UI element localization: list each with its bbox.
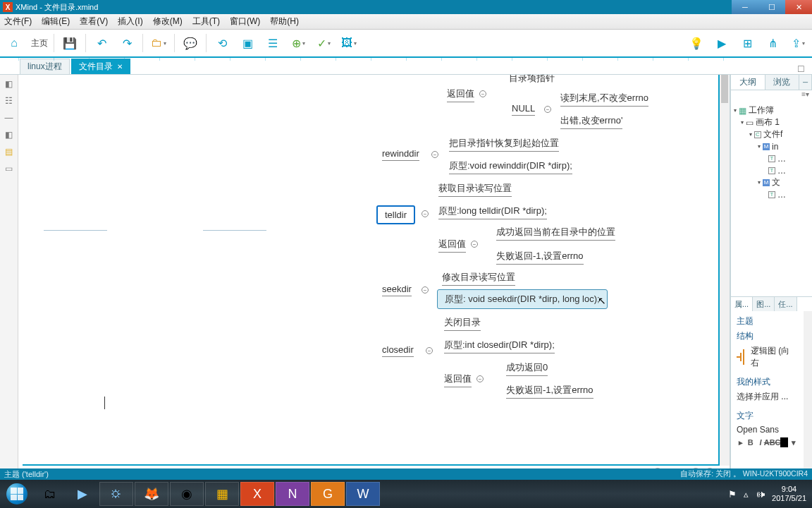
export-button[interactable]: ⇪ bbox=[788, 33, 808, 53]
collapse-all-icon[interactable]: ≡▾ bbox=[801, 90, 809, 102]
folder-button[interactable]: 🗀 bbox=[149, 33, 168, 53]
gantt-button[interactable]: ⊞ bbox=[737, 33, 757, 53]
bold-button[interactable]: B bbox=[746, 437, 754, 447]
tree-item[interactable]: T… bbox=[734, 164, 809, 176]
tray-clock[interactable]: 9:04 2017/5/21 bbox=[772, 485, 806, 503]
tray-vol-icon[interactable]: 🕪 bbox=[756, 490, 765, 499]
node-seek-b[interactable]: 原型: void seekdir(DIR *dirp, long loc); bbox=[437, 289, 608, 309]
taskbar-chrome-icon[interactable]: ◉ bbox=[170, 482, 204, 506]
node-close-ret-b[interactable]: 失败返回-1,设置errno bbox=[506, 384, 593, 399]
redo-button[interactable]: ↷ bbox=[117, 33, 137, 53]
tree-root[interactable]: ▾▦工作簿 bbox=[734, 104, 809, 116]
tray-net-icon[interactable]: ▵ bbox=[744, 490, 749, 499]
junction-icon[interactable]: − bbox=[544, 106, 551, 113]
prop-tab-c[interactable]: 任... bbox=[775, 297, 796, 311]
tree-sheet[interactable]: ▾▭画布 1 bbox=[734, 116, 809, 128]
left-tool-6[interactable]: ▭ bbox=[3, 162, 16, 175]
relationship-button[interactable]: ⟲ bbox=[212, 33, 232, 53]
taskbar-onenote-icon[interactable]: N bbox=[276, 482, 309, 506]
menu-tools[interactable]: 工具(T) bbox=[192, 16, 220, 28]
taskbar-media-icon[interactable]: ▶ bbox=[67, 482, 98, 506]
taskbar-explorer-icon[interactable]: 🗂 bbox=[35, 482, 66, 506]
junction-icon[interactable]: − bbox=[422, 286, 429, 294]
more-fmt-icon[interactable]: ▾ bbox=[790, 437, 798, 447]
junction-icon[interactable]: − bbox=[422, 210, 429, 217]
node-closedir[interactable]: closedir bbox=[382, 344, 414, 357]
marker-button[interactable]: ✓ bbox=[314, 33, 333, 53]
menu-help[interactable]: 帮助(H) bbox=[270, 16, 299, 28]
node-close-ret-a[interactable]: 成功返回0 bbox=[506, 361, 548, 376]
font-selector[interactable]: Open Sans bbox=[737, 425, 798, 435]
taskbar-word-icon[interactable]: W bbox=[346, 482, 380, 506]
tabs-maximize-icon[interactable]: ☐ bbox=[794, 64, 808, 74]
home-button[interactable]: ⌂ bbox=[4, 33, 24, 53]
tree-in[interactable]: ▾Min bbox=[734, 140, 809, 152]
node-tell-ret-a[interactable]: 成功返回当前在目录中的位置 bbox=[496, 226, 615, 241]
left-tool-2[interactable]: ☷ bbox=[3, 95, 16, 107]
image-button[interactable]: 🖼 bbox=[339, 33, 359, 53]
menu-window[interactable]: 窗口(W) bbox=[230, 16, 260, 28]
tab-file-dir[interactable]: 文件目录✕ bbox=[71, 59, 130, 74]
menu-file[interactable]: 文件(F) bbox=[4, 16, 32, 28]
node-rewinddir[interactable]: rewinddir bbox=[382, 148, 419, 161]
node-dir-ptr[interactable]: 目录项指针 bbox=[509, 75, 555, 85]
node-null-a[interactable]: 读到末尾,不改变errno bbox=[560, 92, 648, 107]
left-tool-5[interactable]: ▤ bbox=[3, 145, 16, 158]
node-ret1[interactable]: 返回值 bbox=[447, 87, 474, 102]
show-fmt-icon[interactable]: ▸ bbox=[737, 437, 744, 447]
summary-button[interactable]: ☰ bbox=[263, 33, 283, 53]
properties-scrollbar[interactable] bbox=[804, 311, 812, 480]
junction-icon[interactable]: − bbox=[431, 151, 438, 158]
menu-view[interactable]: 查看(V) bbox=[80, 16, 108, 28]
node-close-b[interactable]: 原型:int closedir(DIR *dirp); bbox=[444, 339, 555, 353]
tree-item[interactable]: T… bbox=[734, 152, 809, 164]
idea-button[interactable]: 💡 bbox=[687, 33, 706, 53]
node-close-ret[interactable]: 返回值 bbox=[444, 373, 472, 387]
tray-flag-icon[interactable]: ⚑ bbox=[728, 490, 737, 499]
node-tell-ret-b[interactable]: 失败返回-1,设置errno bbox=[496, 250, 584, 265]
boundary-button[interactable]: ▣ bbox=[238, 33, 257, 53]
junction-icon[interactable]: − bbox=[476, 375, 484, 382]
menu-modify[interactable]: 修改(M) bbox=[153, 16, 183, 28]
panel-minimize-icon[interactable]: ─ bbox=[799, 75, 812, 90]
save-button[interactable]: 💾 bbox=[60, 33, 80, 53]
node-rew-a[interactable]: 把目录指针恢复到起始位置 bbox=[449, 137, 559, 152]
menu-insert[interactable]: 插入(I) bbox=[118, 16, 142, 28]
prop-tab-b[interactable]: 图... bbox=[753, 297, 775, 311]
taskbar-firefox-icon[interactable]: 🦊 bbox=[135, 482, 168, 506]
node-null-b[interactable]: 出错,改变errno' bbox=[560, 114, 622, 129]
taskbar-xmind-icon[interactable]: X bbox=[240, 482, 274, 506]
node-tell-b[interactable]: 原型:long telldir(DIR *dirp); bbox=[438, 205, 547, 219]
tab-close-icon[interactable]: ✕ bbox=[117, 63, 123, 71]
left-tool-3[interactable]: — bbox=[3, 111, 16, 124]
window-close-button[interactable]: ✕ bbox=[785, 0, 812, 14]
taskbar-app-2[interactable]: ▦ bbox=[205, 482, 239, 506]
node-null[interactable]: NULL bbox=[512, 103, 535, 116]
tree-wen[interactable]: ▾M文 bbox=[734, 176, 809, 188]
tab-linux[interactable]: linux进程 bbox=[20, 59, 70, 74]
node-telldir[interactable]: telldir bbox=[376, 205, 415, 224]
node-close-a[interactable]: 关闭目录 bbox=[444, 316, 481, 331]
comment-button[interactable]: 💬 bbox=[180, 33, 200, 53]
share-button[interactable]: ⋔ bbox=[763, 33, 782, 53]
window-minimize-button[interactable]: ─ bbox=[732, 0, 758, 14]
start-button[interactable] bbox=[0, 480, 34, 508]
tree-item[interactable]: T… bbox=[734, 188, 809, 200]
taskbar-app-1[interactable]: ⛭ bbox=[99, 482, 133, 506]
strike-button[interactable]: ABC bbox=[767, 437, 778, 447]
node-tell-a[interactable]: 获取目录读写位置 bbox=[438, 182, 512, 197]
left-tool-4[interactable]: ◧ bbox=[3, 128, 16, 141]
mindmap-canvas[interactable]: 目录项指针 返回值 − NULL − 读到末尾,不改变errno 出错,改变er… bbox=[23, 75, 720, 466]
node-seekdir[interactable]: seekdir bbox=[382, 284, 412, 296]
presentation-button[interactable]: ▶ bbox=[712, 33, 732, 53]
tab-browse[interactable]: 浏览 bbox=[765, 75, 800, 90]
struct-selector[interactable]: 逻辑图 (向右 bbox=[737, 345, 798, 369]
canvas-vscroll[interactable] bbox=[720, 75, 730, 466]
undo-button[interactable]: ↶ bbox=[92, 33, 111, 53]
tree-file[interactable]: ▾C文件f bbox=[734, 128, 809, 140]
apply-style[interactable]: 选择并应用 ... bbox=[737, 391, 798, 403]
left-tool-1[interactable]: ◧ bbox=[3, 78, 16, 90]
add-topic-button[interactable]: ⊕ bbox=[288, 33, 308, 53]
node-tell-ret[interactable]: 返回值 bbox=[438, 238, 466, 253]
tab-outline[interactable]: 大纲 bbox=[731, 75, 765, 90]
